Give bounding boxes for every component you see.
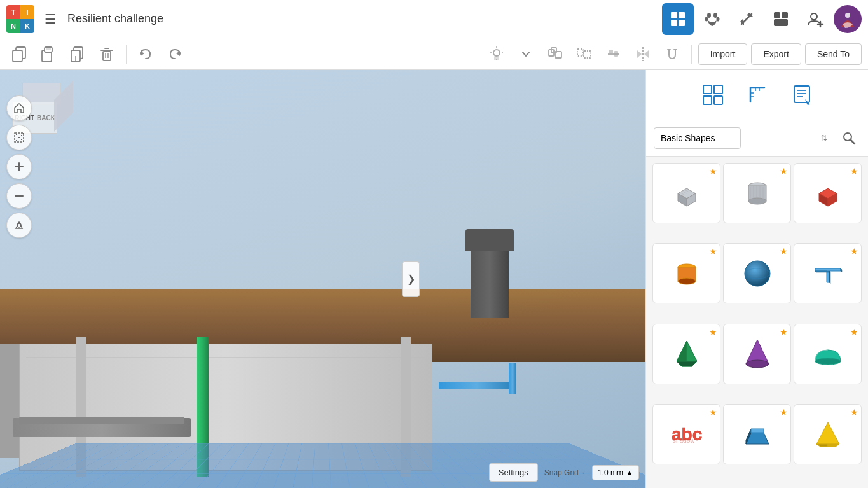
shape-category-select[interactable]: Basic Shapes Shape Generators Featured — [654, 127, 741, 149]
add-user-button[interactable] — [799, 3, 831, 35]
shape-star-12: ★ — [850, 407, 858, 417]
undo-button[interactable] — [133, 41, 158, 67]
canvas-area[interactable]: RIGHT BACK — [0, 70, 645, 488]
home-view-button[interactable] — [6, 95, 32, 121]
shape-item-box-red[interactable]: ★ — [794, 163, 862, 223]
logo-n: N — [6, 19, 20, 33]
learn-button[interactable] — [731, 3, 762, 35]
shape-visual-box-grey — [668, 174, 706, 213]
ungroup-button[interactable] — [572, 41, 597, 67]
sendto-button[interactable]: Send To — [805, 43, 862, 65]
toolbar: Import Export Send To — [0, 38, 868, 70]
redo-button[interactable] — [162, 41, 188, 67]
zoom-out-button[interactable] — [6, 183, 32, 209]
svg-marker-108 — [816, 444, 828, 447]
shape-item-pyramid-yellow[interactable]: ★ — [794, 404, 862, 464]
mirror-button[interactable] — [630, 41, 656, 67]
shape-star-8: ★ — [780, 327, 788, 337]
view-cube-back-label: BACK — [37, 115, 55, 122]
menu-icon[interactable]: ☰ — [45, 11, 56, 27]
svg-marker-47 — [637, 50, 642, 58]
paste-button[interactable] — [36, 41, 61, 67]
delete-icon — [99, 46, 115, 62]
svg-point-93 — [745, 261, 770, 286]
select-arrow-icon: ⇅ — [821, 134, 827, 143]
grid-view-button[interactable] — [662, 3, 694, 35]
svg-rect-59 — [714, 85, 722, 94]
svg-rect-2 — [671, 20, 677, 26]
svg-point-32 — [493, 50, 500, 56]
shape-visual-cylinder-grey — [738, 174, 776, 213]
shape-item-box-grey[interactable]: ★ — [652, 163, 720, 223]
svg-rect-60 — [703, 96, 712, 104]
left-controls — [6, 95, 32, 238]
settings-button[interactable]: Settings — [489, 463, 538, 482]
svg-marker-30 — [141, 51, 144, 56]
svg-point-4 — [707, 13, 711, 18]
paw-icon — [703, 10, 721, 28]
group-icon — [547, 46, 563, 62]
home-icon — [13, 102, 25, 115]
svg-point-7 — [717, 17, 720, 21]
notes-panel-button[interactable] — [786, 79, 818, 111]
perspective-icon — [13, 219, 25, 232]
profile-button[interactable] — [834, 5, 862, 33]
shape-item-letters-red[interactable]: ★ abc shadow — [652, 404, 720, 464]
zoom-in-button[interactable] — [6, 154, 32, 179]
shape-visual-box-red — [809, 174, 847, 213]
shape-item-text-blue[interactable]: ★ — [794, 243, 862, 303]
svg-marker-107 — [816, 422, 839, 444]
light-button[interactable] — [484, 41, 509, 67]
shape-item-sphere-teal[interactable]: ★ — [723, 243, 791, 303]
svg-rect-25 — [103, 52, 111, 60]
shape-category-wrapper: Basic Shapes Shape Generators Featured ⇅ — [654, 127, 832, 149]
redo-icon — [167, 46, 183, 62]
shape-item-roof-teal[interactable]: ★ — [794, 324, 862, 384]
delete-button[interactable] — [94, 41, 120, 67]
snap-grid-value[interactable]: 1.0 mm ▲ — [592, 465, 639, 480]
search-shapes-button[interactable] — [837, 127, 860, 150]
main-layout: RIGHT BACK — [0, 70, 868, 488]
copy-button[interactable] — [6, 41, 32, 67]
fit-view-button[interactable] — [6, 125, 32, 150]
svg-rect-11 — [782, 12, 788, 18]
duplicate-button[interactable] — [65, 41, 90, 67]
logo-i: I — [20, 5, 34, 19]
svg-rect-58 — [703, 85, 712, 94]
undo-icon — [137, 46, 154, 62]
shape-item-pyramid-green[interactable]: ★ — [652, 324, 720, 384]
blue-pipe-horizontal — [439, 382, 515, 389]
shape-star-3: ★ — [850, 166, 858, 176]
perspective-button[interactable] — [6, 213, 32, 238]
blocks-button[interactable] — [765, 3, 797, 35]
shape-star-10: ★ — [709, 407, 717, 417]
dropdown-button[interactable] — [513, 41, 539, 67]
shape-item-cone-purple[interactable]: ★ — [723, 324, 791, 384]
align-button[interactable] — [601, 41, 626, 67]
grid-panel-button[interactable] — [697, 79, 729, 111]
shape-star-6: ★ — [850, 246, 858, 256]
nav-icons — [662, 3, 862, 35]
toolbar-separator-2 — [691, 45, 692, 64]
svg-rect-3 — [679, 20, 685, 26]
svg-marker-109 — [828, 444, 839, 447]
magnet-button[interactable] — [659, 41, 685, 67]
svg-rect-37 — [494, 56, 499, 60]
shape-item-prism-blue[interactable]: ★ — [723, 404, 791, 464]
mirror-icon — [635, 46, 651, 62]
shape-item-cylinder-grey[interactable]: ★ — [723, 163, 791, 223]
svg-rect-21 — [46, 48, 51, 50]
export-button[interactable]: Export — [751, 43, 801, 65]
community-button[interactable] — [696, 3, 728, 35]
svg-rect-0 — [671, 12, 677, 18]
carousel-button[interactable]: ❯ — [402, 261, 420, 297]
tinkercad-logo[interactable]: T I N K — [6, 5, 34, 33]
group-button[interactable] — [542, 41, 568, 67]
duplicate-icon — [69, 46, 86, 62]
add-user-icon — [806, 10, 824, 28]
ruler-panel-button[interactable] — [741, 79, 773, 111]
shape-item-cylinder-orange[interactable]: ★ — [652, 243, 720, 303]
import-button[interactable]: Import — [698, 43, 748, 65]
logo-k: K — [20, 19, 34, 33]
svg-point-100 — [746, 360, 769, 368]
